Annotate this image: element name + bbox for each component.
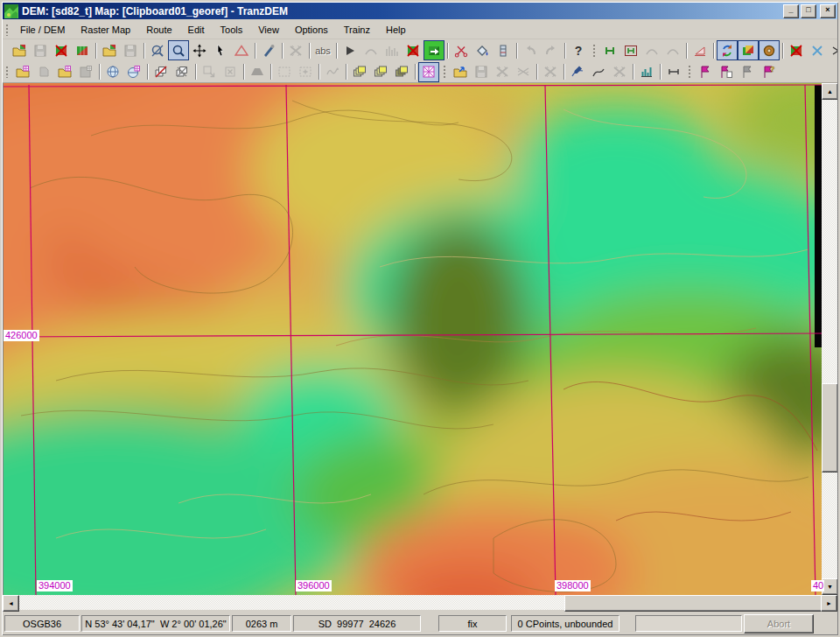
scroll-right-button[interactable]: ► (821, 595, 837, 612)
menu-raster-map[interactable]: Raster Map (73, 23, 138, 37)
layers-button[interactable] (738, 40, 759, 60)
pointer-button[interactable] (210, 40, 231, 60)
abort-button[interactable]: Abort (744, 614, 814, 634)
save-session-button[interactable] (471, 62, 492, 82)
grow-region-button[interactable] (295, 62, 316, 82)
join-spline-button[interactable] (588, 62, 609, 82)
help-button[interactable]: ? (568, 40, 589, 60)
gradient-button[interactable] (690, 40, 710, 60)
tiles-large-button[interactable] (391, 62, 412, 82)
smooth-button[interactable] (360, 40, 382, 60)
menu-file-dem[interactable]: File / DEM (12, 23, 73, 37)
bucket-icon (475, 44, 489, 58)
menu-options[interactable]: Options (287, 23, 336, 37)
world-grid-button[interactable] (102, 62, 123, 82)
curve-b-button[interactable] (662, 40, 683, 60)
marker-off-button[interactable] (737, 62, 758, 82)
cut-selection-button[interactable] (220, 62, 241, 82)
sheet-delete-button[interactable] (150, 62, 172, 82)
view-3d-button[interactable] (247, 62, 268, 82)
map-clear-button[interactable] (786, 40, 807, 60)
title-bar[interactable]: DEM: [sd82_t] Map: [Clipboard01_georef] … (3, 3, 837, 19)
refresh-button[interactable] (717, 40, 738, 60)
cross-a-button[interactable] (492, 62, 513, 82)
map-export-button[interactable] (424, 40, 444, 60)
profile-line-button[interactable] (322, 62, 343, 82)
toolbar-grip[interactable] (592, 44, 596, 58)
profile-button[interactable] (493, 40, 514, 60)
minimize-button[interactable]: _ (783, 4, 799, 18)
zoom-off-button[interactable] (147, 40, 168, 60)
dem-map-button[interactable] (72, 40, 93, 60)
scroll-left-button[interactable]: ◄ (3, 595, 19, 612)
save-map-button[interactable] (120, 40, 141, 60)
toolbar2-grip[interactable] (5, 66, 9, 78)
delete-spline-button[interactable] (609, 62, 630, 82)
switch-button[interactable] (828, 40, 840, 60)
close-route-button[interactable] (33, 62, 54, 82)
horizontal-scroll-thumb[interactable] (564, 595, 822, 612)
zoom-button[interactable] (168, 40, 189, 60)
horizontal-scrollbar[interactable]: ◄ ► (3, 595, 837, 610)
scroll-up-button[interactable]: ▲ (822, 83, 838, 100)
map-x-icon (789, 44, 803, 58)
menu-route[interactable]: Route (138, 23, 179, 37)
bridge-button[interactable] (663, 62, 684, 82)
open-dem-button[interactable] (9, 40, 30, 60)
move-selection-button[interactable] (199, 62, 220, 82)
menu-view[interactable]: View (250, 23, 287, 37)
toolbar-grip[interactable] (443, 65, 446, 79)
abs-button[interactable]: abs (312, 40, 333, 60)
statistics-button[interactable] (636, 62, 657, 82)
open-layout-button[interactable] (54, 62, 75, 82)
toolbar-grip[interactable] (688, 65, 691, 79)
histogram-button[interactable] (382, 40, 402, 60)
sheet-copy-button[interactable] (172, 62, 192, 82)
marker-help-button[interactable]: ? (758, 62, 779, 82)
abs-button-label: abs (315, 46, 331, 56)
vertical-scroll-thumb[interactable] (822, 383, 838, 472)
pen-curve-icon (570, 65, 584, 79)
undo-button[interactable] (520, 40, 541, 60)
menu-trainz[interactable]: Trainz (336, 23, 378, 37)
marker-list-button[interactable] (716, 62, 737, 82)
save-layout-button[interactable] (75, 62, 96, 82)
texture-button[interactable] (759, 40, 780, 60)
fill-button[interactable] (472, 40, 493, 60)
curve-a-button[interactable] (641, 40, 662, 60)
rail-boxed-button[interactable] (620, 40, 641, 60)
vertical-scrollbar[interactable]: ▲ ▼ (822, 83, 837, 595)
menu-grip[interactable] (5, 24, 9, 36)
run-button[interactable] (340, 40, 360, 60)
tiles-medium-button[interactable] (370, 62, 391, 82)
save-dem-button[interactable] (30, 40, 51, 60)
cross-wave-button[interactable] (513, 62, 534, 82)
redo-button[interactable] (541, 40, 562, 60)
cross-blue-button[interactable] (807, 40, 828, 60)
crossed-tracks-button[interactable] (285, 40, 306, 60)
pan-button[interactable] (189, 40, 210, 60)
map-delete-button[interactable] (402, 40, 424, 60)
clip-frame-button[interactable] (418, 62, 439, 82)
open-session-button[interactable] (450, 62, 471, 82)
map-viewport[interactable] (3, 83, 822, 595)
open-route-button[interactable] (12, 62, 33, 82)
maximize-button[interactable]: □ (801, 4, 816, 18)
cut-button[interactable] (451, 40, 472, 60)
close-dem-button[interactable] (51, 40, 72, 60)
menu-tools[interactable]: Tools (213, 23, 251, 37)
rail-section-button[interactable] (599, 40, 620, 60)
world-tiles-button[interactable] (123, 62, 144, 82)
tiles-small-button[interactable] (349, 62, 370, 82)
fix-panel: fix (438, 615, 507, 632)
warning-button[interactable] (231, 40, 252, 60)
probe-button[interactable] (258, 40, 279, 60)
menu-edit[interactable]: Edit (180, 23, 213, 37)
menu-help[interactable]: Help (378, 23, 414, 37)
marker-add-button[interactable] (695, 62, 716, 82)
draw-spline-button[interactable] (567, 62, 588, 82)
open-map-button[interactable] (99, 40, 120, 60)
close-button[interactable]: × (820, 4, 836, 18)
select-region-button[interactable] (274, 62, 295, 82)
cross-b-button[interactable] (540, 62, 561, 82)
